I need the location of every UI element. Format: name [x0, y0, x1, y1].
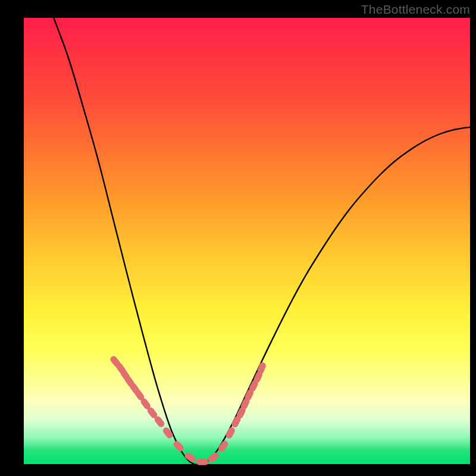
bead-marker: [206, 451, 220, 464]
bead-marker: [183, 452, 197, 464]
svg-rect-10: [172, 440, 185, 453]
svg-rect-13: [206, 451, 220, 464]
bead-marker: [162, 426, 174, 440]
beads-group: [109, 355, 267, 465]
bead-marker: [217, 440, 229, 453]
svg-rect-15: [225, 426, 236, 440]
bead-marker: [196, 459, 208, 465]
bead-marker: [172, 440, 185, 453]
beads-layer: [24, 18, 470, 464]
plot-area: [24, 18, 470, 464]
svg-rect-12: [196, 459, 208, 465]
svg-rect-9: [162, 426, 174, 440]
bead-marker: [225, 426, 236, 440]
svg-rect-14: [217, 440, 229, 453]
watermark-text: TheBottleneck.com: [361, 2, 470, 17]
chart-stage: TheBottleneck.com: [0, 0, 476, 476]
svg-rect-11: [183, 452, 197, 464]
